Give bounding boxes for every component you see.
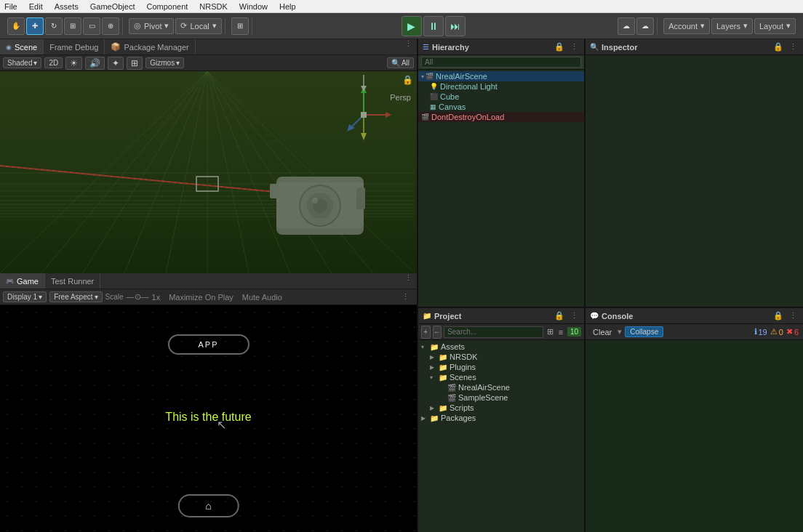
menu-assets[interactable]: Assets xyxy=(53,2,80,11)
cloud-btn[interactable]: ☁ xyxy=(636,17,654,35)
hierarchy-icon: ☰ xyxy=(423,43,429,51)
hierarchy-item-directional-light[interactable]: 💡 Directional Light xyxy=(418,81,584,92)
home-button[interactable]: ⌂ xyxy=(177,494,239,517)
collab-group: ☁ ☁ xyxy=(615,17,658,35)
tab-scene[interactable]: ◉ Scene xyxy=(0,39,44,55)
hierarchy-lock[interactable]: 🔒 xyxy=(554,41,565,53)
display-dropdown[interactable]: Display 1 ▾ xyxy=(3,291,47,302)
tree-packages[interactable]: ▶ 📁 Packages xyxy=(418,413,584,423)
local-icon: ⟳ xyxy=(180,21,187,31)
clear-button[interactable]: Clear xyxy=(590,327,615,337)
project-title: Project xyxy=(434,312,461,321)
tree-samplescene[interactable]: 🎬 SampleScene xyxy=(418,392,584,403)
scene-lock[interactable]: 🔒 xyxy=(402,75,413,85)
lighting-toggle[interactable]: ☀ xyxy=(65,57,82,70)
layers-dropdown[interactable]: Layers ▾ xyxy=(711,18,753,34)
assets-arrow: ▾ xyxy=(421,344,428,350)
menu-component[interactable]: Component xyxy=(145,2,189,11)
inspector-more[interactable]: ⋮ xyxy=(787,41,799,53)
aspect-arrow: ▾ xyxy=(95,293,98,301)
scale-tool[interactable]: ⊞ xyxy=(64,17,81,35)
game-tab-more[interactable]: ⋮ xyxy=(400,273,417,289)
app-button[interactable]: APP xyxy=(167,334,249,355)
account-dropdown[interactable]: Account ▾ xyxy=(663,18,710,34)
pivot-icon: ◎ xyxy=(134,21,141,31)
svg-line-19 xyxy=(207,71,373,273)
move-tool[interactable]: ✚ xyxy=(26,17,44,35)
account-group: Account ▾ Layers ▾ Layout ▾ xyxy=(660,18,799,34)
tab-game[interactable]: 🎮 Game xyxy=(0,273,45,289)
scene-grid-toggle[interactable]: ⊞ xyxy=(127,57,143,70)
collapse-button[interactable]: Collapse xyxy=(625,326,663,337)
inspector-lock[interactable]: 🔒 xyxy=(772,41,784,53)
scene-tab-more[interactable]: ⋮ xyxy=(400,39,417,55)
project-badge: 10 xyxy=(567,327,581,336)
project-add-btn[interactable]: + xyxy=(421,326,431,339)
snap-btn[interactable]: ⊞ xyxy=(231,17,249,35)
menu-window[interactable]: Window xyxy=(238,2,269,11)
audio-toggle[interactable]: 🔊 xyxy=(85,57,105,70)
tab-test-runner[interactable]: Test Runner xyxy=(45,273,100,289)
project-sort-btn[interactable]: ≡ xyxy=(556,326,565,339)
gizmos-dropdown[interactable]: Gizmos ▾ xyxy=(145,57,184,68)
game-toolbar-more[interactable]: ⋮ xyxy=(397,292,414,302)
packages-arrow: ▶ xyxy=(421,415,428,422)
hierarchy-item-canvas[interactable]: ▦ Canvas xyxy=(418,102,584,112)
tree-scenes[interactable]: ▾ 📁 Scenes xyxy=(418,372,584,382)
menu-bar: File Edit Assets GameObject Component NR… xyxy=(0,0,803,13)
project-panel: 📁 Project 🔒 ⋮ + ← ⊞ ≡ 10 ▾ xyxy=(418,308,586,532)
hierarchy-item-nrealaircene[interactable]: ▾ 🎬 NrealAirScene xyxy=(418,71,584,81)
menu-file[interactable]: File xyxy=(3,2,19,11)
project-more[interactable]: ⋮ xyxy=(568,310,580,322)
layout-dropdown[interactable]: Layout ▾ xyxy=(754,18,796,34)
effects-toggle[interactable]: ✦ xyxy=(108,57,124,70)
project-lock[interactable]: 🔒 xyxy=(554,310,565,322)
play-button[interactable]: ▶ xyxy=(402,16,422,36)
collab-btn[interactable]: ☁ xyxy=(618,17,635,35)
menu-gameobject[interactable]: GameObject xyxy=(89,2,137,11)
svg-line-18 xyxy=(207,71,332,273)
project-search[interactable] xyxy=(444,326,543,338)
inspector-body xyxy=(586,55,803,307)
tree-plugins[interactable]: ▶ 📁 Plugins xyxy=(418,362,584,372)
2d-dropdown[interactable]: 2D xyxy=(44,57,63,68)
rotate-tool[interactable]: ↻ xyxy=(45,17,63,35)
assets-label: Assets xyxy=(441,342,465,351)
project-filter-btn[interactable]: ⊞ xyxy=(546,326,554,339)
home-icon: ⌂ xyxy=(205,500,211,512)
hierarchy-search-input[interactable] xyxy=(421,57,581,68)
shading-dropdown[interactable]: Shaded ▾ xyxy=(3,57,41,68)
menu-nrsdk[interactable]: NRSDK xyxy=(198,2,229,11)
local-dropdown[interactable]: ⟳ Local ▾ xyxy=(175,18,221,34)
tab-package-manager[interactable]: 📦 Package Manager xyxy=(105,39,195,55)
tree-assets[interactable]: ▾ 📁 Assets xyxy=(418,342,584,352)
hierarchy-item-dontdestroy[interactable]: 🎬 DontDestroyOnLoad xyxy=(418,112,584,122)
tree-nrealairscene[interactable]: 🎬 NrealAirScene xyxy=(418,382,584,392)
hand-tool[interactable]: ✋ xyxy=(7,17,25,35)
menu-edit[interactable]: Edit xyxy=(28,2,44,11)
search-filter[interactable]: 🔍 All xyxy=(387,57,414,68)
pivot-dropdown[interactable]: ◎ Pivot ▾ xyxy=(129,18,174,34)
hierarchy-item-cube[interactable]: ⬛ Cube xyxy=(418,92,584,102)
svg-rect-40 xyxy=(361,112,367,118)
pause-button[interactable]: ⏸ xyxy=(423,16,444,36)
menu-help[interactable]: Help xyxy=(278,2,297,11)
step-button[interactable]: ⏭ xyxy=(445,16,466,36)
console-more[interactable]: ⋮ xyxy=(787,310,799,322)
rect-tool[interactable]: ▭ xyxy=(83,17,100,35)
playmode-group: ▶ ⏸ ⏭ xyxy=(399,16,468,36)
svg-line-14 xyxy=(166,71,207,273)
scene-view: Shaded ▾ 2D ☀ 🔊 ✦ ⊞ Gizmos ▾ 🔍 All xyxy=(0,55,417,273)
transform-tool[interactable]: ⊕ xyxy=(102,17,119,35)
dontdestroy-icon: 🎬 xyxy=(421,113,429,121)
svg-line-10 xyxy=(0,71,207,273)
console-lock[interactable]: 🔒 xyxy=(772,310,784,322)
account-arrow: ▾ xyxy=(700,21,705,31)
tree-scripts[interactable]: ▶ 📁 Scripts xyxy=(418,403,584,413)
tree-nrsdk[interactable]: ▶ 📁 NRSDK xyxy=(418,352,584,362)
tab-frame-debug[interactable]: Frame Debug xyxy=(44,39,105,55)
hierarchy-more[interactable]: ⋮ xyxy=(568,41,580,53)
console-icon: 💬 xyxy=(590,312,599,320)
project-nav-btn[interactable]: ← xyxy=(433,326,442,339)
aspect-dropdown[interactable]: Free Aspect ▾ xyxy=(49,291,102,302)
